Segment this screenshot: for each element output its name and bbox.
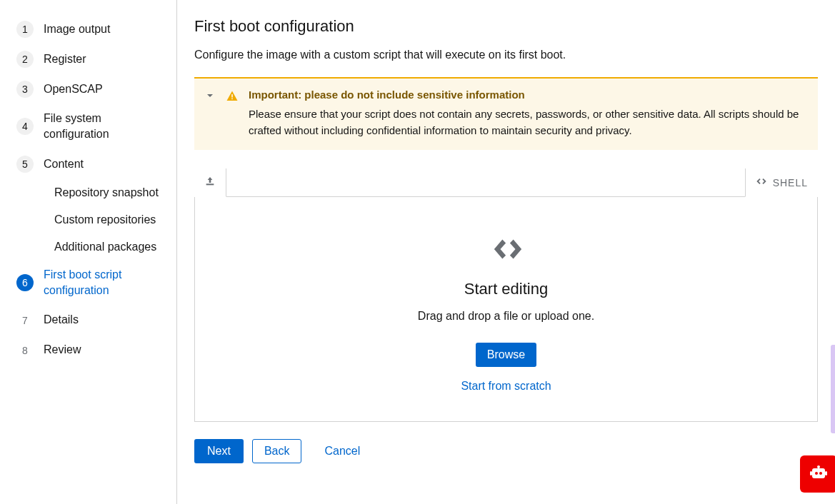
code-icon [489, 233, 524, 267]
wizard-sidebar: 1 Image output 2 Register 3 OpenSCAP 4 F… [0, 0, 177, 504]
page-title: First boot configuration [194, 17, 818, 36]
sidebar-item-label: OpenSCAP [44, 81, 103, 97]
sidebar-item-image-output[interactable]: 1 Image output [0, 14, 176, 44]
alert-title: Important: please do not include sensiti… [249, 89, 806, 101]
shell-tab[interactable]: SHELL [745, 168, 818, 197]
step-number: 2 [16, 51, 34, 68]
warning-icon [226, 89, 239, 106]
editor-subtitle: Drag and drop a file or upload one. [209, 310, 803, 323]
svg-rect-1 [231, 99, 233, 100]
robot-icon [807, 461, 830, 487]
step-number: 7 [16, 312, 34, 329]
sidebar-item-label: Register [44, 51, 86, 67]
svg-point-5 [819, 472, 822, 475]
page-description: Configure the image with a custom script… [194, 49, 818, 61]
chat-assistant-button[interactable] [800, 455, 835, 493]
sidebar-item-openscap[interactable]: 3 OpenSCAP [0, 74, 176, 104]
sidebar-item-content[interactable]: 5 Content [0, 149, 176, 179]
next-button[interactable]: Next [194, 439, 244, 463]
sidebar-item-details[interactable]: 7 Details [0, 306, 176, 336]
step-number: 3 [16, 81, 34, 98]
browse-button[interactable]: Browse [476, 343, 536, 367]
svg-point-4 [815, 472, 818, 475]
sidebar-item-first-boot[interactable]: 6 First boot script configuration [0, 261, 176, 306]
sidebar-sub-custom-repos[interactable]: Custom repositories [0, 206, 176, 233]
main-content: First boot configuration Configure the i… [177, 0, 835, 504]
editor-title: Start editing [209, 280, 803, 298]
svg-rect-0 [231, 94, 233, 98]
svg-rect-2 [206, 183, 214, 185]
step-number: 6 [16, 274, 34, 291]
sidebar-item-review[interactable]: 8 Review [0, 336, 176, 366]
step-number: 1 [16, 21, 34, 38]
sidebar-sub-additional-pkgs[interactable]: Additional packages [0, 233, 176, 261]
code-editor[interactable]: Start editing Drag and drop a file or up… [194, 197, 818, 422]
code-icon [756, 176, 767, 189]
cancel-button[interactable]: Cancel [316, 439, 369, 463]
sidebar-item-label: Details [44, 312, 79, 328]
sidebar-item-label: Content [44, 156, 84, 172]
svg-rect-9 [825, 471, 827, 475]
upload-button[interactable] [194, 168, 226, 197]
svg-rect-7 [818, 467, 819, 469]
sidebar-item-label: First boot script configuration [44, 267, 165, 299]
wizard-footer: Next Back Cancel [194, 439, 818, 463]
side-drawer-handle[interactable] [831, 345, 835, 433]
back-button[interactable]: Back [252, 439, 302, 463]
sidebar-item-label: Review [44, 342, 81, 358]
sidebar-sub-repo-snapshot[interactable]: Repository snapshot [0, 179, 176, 206]
sidebar-item-filesystem[interactable]: 4 File system configuration [0, 104, 176, 149]
svg-rect-8 [810, 471, 812, 475]
sidebar-item-register[interactable]: 2 Register [0, 44, 176, 74]
step-number: 8 [16, 342, 34, 359]
alert-text: Please ensure that your script does not … [249, 106, 806, 138]
svg-rect-3 [812, 468, 825, 478]
sidebar-item-label: Image output [44, 21, 110, 37]
step-number: 5 [16, 156, 34, 173]
sidebar-item-label: File system configuration [44, 111, 165, 143]
step-number: 4 [16, 118, 34, 135]
upload-icon [204, 176, 216, 189]
start-from-scratch-button[interactable]: Start from scratch [461, 380, 551, 393]
warning-alert: Important: please do not include sensiti… [194, 77, 818, 150]
shell-label: SHELL [773, 177, 808, 188]
chevron-down-icon[interactable] [206, 89, 216, 102]
